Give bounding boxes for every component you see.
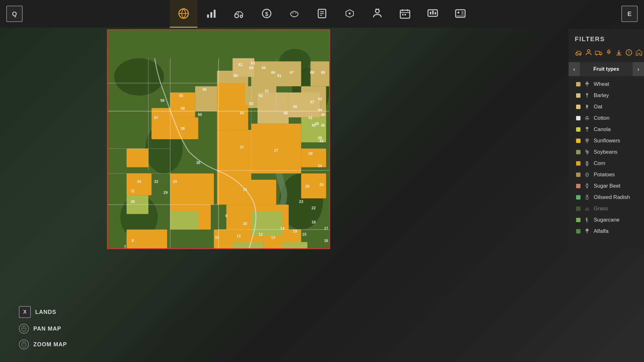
fruit-item-sugarbeet[interactable]: Sugar Beet	[569, 180, 644, 192]
filters-title: FILTERS	[569, 36, 644, 48]
lands-control: X LANDS	[19, 306, 67, 318]
fruit-item-canola[interactable]: Canola	[569, 124, 644, 135]
nav-map-button[interactable]	[170, 0, 197, 28]
svg-text:23: 23	[299, 200, 303, 204]
fruit-nav-next[interactable]: ›	[633, 62, 644, 76]
svg-rect-25	[432, 11, 434, 14]
svg-text:63: 63	[251, 61, 255, 65]
filters-panel: FILTERS ‹ Fruit types ›	[569, 29, 644, 249]
svg-text:66: 66	[271, 70, 275, 75]
fruit-item-sugarcane[interactable]: Sugarcane	[569, 214, 644, 226]
svg-text:65: 65	[262, 66, 266, 70]
fruit-nav-label: Fruit types	[580, 66, 633, 72]
svg-text:37: 37	[240, 145, 244, 150]
corn-label: Corn	[594, 160, 605, 167]
nav-contracts-button[interactable]	[308, 0, 336, 28]
filter-home-icon[interactable]	[635, 48, 643, 57]
canola-icon	[584, 126, 591, 133]
svg-point-161	[586, 127, 587, 128]
x-key[interactable]: X	[19, 306, 31, 318]
oilseedradish-color	[576, 195, 580, 200]
svg-text:64: 64	[249, 66, 253, 70]
svg-point-166	[586, 174, 587, 174]
svg-text:36: 36	[180, 126, 185, 131]
svg-text:57: 57	[154, 116, 158, 120]
oat-label: Oat	[594, 104, 602, 110]
pan-label: PAN MAP	[33, 326, 61, 332]
fruit-item-wheat[interactable]: Wheat	[569, 79, 644, 90]
fruit-nav-prev[interactable]: ‹	[569, 62, 580, 76]
svg-text:12: 12	[258, 232, 263, 237]
filter-download-icon[interactable]	[615, 48, 623, 57]
svg-text:59: 59	[203, 87, 207, 92]
fruit-item-grass[interactable]: Grass	[569, 203, 644, 214]
svg-point-148	[600, 54, 601, 55]
filter-gear-icon[interactable]	[605, 48, 613, 57]
fruit-item-cotton[interactable]: Cotton	[569, 112, 644, 124]
sunflowers-color	[576, 139, 580, 143]
nav-stats-button[interactable]	[197, 0, 225, 28]
canola-color	[576, 127, 580, 132]
svg-text:30: 30	[131, 200, 135, 204]
svg-text:68: 68	[310, 70, 314, 75]
svg-rect-68	[127, 173, 152, 195]
svg-point-33	[114, 58, 164, 96]
fruit-item-alfalfa[interactable]: Alfalfa	[569, 226, 644, 237]
potatoes-color	[576, 173, 580, 177]
nav-money-button[interactable]: $	[253, 0, 280, 28]
svg-text:53: 53	[249, 101, 253, 106]
filter-alert-icon[interactable]	[625, 48, 633, 57]
barley-icon	[584, 92, 591, 99]
svg-text:18: 18	[312, 220, 316, 224]
fruit-item-oilseed-radish[interactable]: Oilseed Radish	[569, 192, 644, 203]
svg-point-144	[580, 54, 581, 55]
svg-text:56: 56	[160, 98, 165, 103]
alfalfa-color	[576, 229, 580, 233]
svg-rect-24	[430, 12, 431, 14]
fruit-item-corn[interactable]: Corn	[569, 158, 644, 169]
fruit-item-oat[interactable]: Oat	[569, 101, 644, 112]
svg-rect-59	[217, 105, 248, 130]
sugarbeet-icon	[584, 183, 591, 189]
fruit-list: Wheat Barley Oat Cotton	[569, 79, 644, 237]
svg-text:38: 38	[308, 151, 313, 156]
svg-text:31: 31	[131, 189, 135, 193]
q-button[interactable]: Q	[6, 6, 23, 22]
fruit-item-soybeans[interactable]: Soybeans	[569, 146, 644, 158]
nav-hud-button[interactable]	[419, 0, 447, 28]
svg-text:13: 13	[271, 235, 275, 240]
nav-production-button[interactable]	[336, 0, 364, 28]
svg-point-143	[576, 53, 578, 55]
svg-point-158	[586, 116, 588, 118]
map-container[interactable]: 69 68 67 66 64 65 62 63 43 44 61 60 59 5…	[107, 29, 330, 249]
filter-tractor-icon[interactable]	[575, 48, 582, 57]
oat-color	[576, 105, 580, 109]
potatoes-label: Potatoes	[594, 172, 615, 178]
zoom-mouse-icon	[19, 339, 29, 349]
nav-animals-button[interactable]	[280, 0, 308, 28]
svg-point-153	[629, 53, 629, 54]
svg-point-167	[587, 174, 588, 175]
nav-calendar-button[interactable]	[391, 0, 419, 28]
fruit-item-potatoes[interactable]: Potatoes	[569, 169, 644, 180]
fruit-item-barley[interactable]: Barley	[569, 90, 644, 101]
barley-color	[576, 93, 580, 98]
svg-text:41: 41	[308, 116, 313, 120]
wheat-icon	[584, 81, 591, 88]
svg-text:19: 19	[293, 229, 297, 233]
svg-text:9: 9	[225, 214, 227, 218]
sunflowers-label: Sunflowers	[594, 138, 620, 144]
bottom-controls: X LANDS PAN MAP ZOOM MAP	[19, 306, 67, 349]
svg-rect-22	[405, 14, 406, 15]
svg-text:16: 16	[324, 239, 328, 243]
svg-text:35: 35	[196, 161, 201, 165]
nav-workers-button[interactable]	[364, 0, 391, 28]
e-button[interactable]: E	[621, 6, 638, 22]
nav-tractor-button[interactable]	[225, 0, 253, 28]
filter-worker-icon[interactable]	[585, 48, 592, 57]
filter-truck-icon[interactable]	[595, 48, 602, 57]
fruit-item-sunflowers[interactable]: Sunflowers	[569, 135, 644, 146]
sugarcane-label: Sugarcane	[594, 217, 619, 223]
nav-info-button[interactable]	[447, 0, 474, 28]
svg-text:17: 17	[324, 226, 328, 231]
